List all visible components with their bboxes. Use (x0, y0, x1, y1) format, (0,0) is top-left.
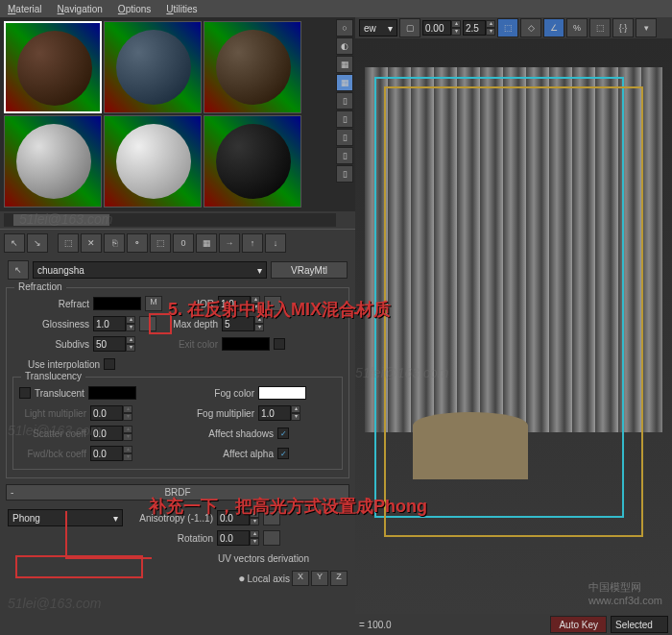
background-icon[interactable]: ▦ (336, 56, 353, 73)
keyfilter-dropdown[interactable]: Selected (611, 616, 668, 633)
affectalpha-checkbox[interactable]: ✓ (277, 448, 289, 459)
show-in-viewport-icon[interactable]: ▦ (196, 233, 217, 253)
snap-toggle-icon[interactable]: ⬚ (497, 18, 518, 37)
menu-options[interactable]: Options (118, 4, 151, 14)
material-slot-4[interactable] (4, 115, 102, 208)
viewport-statusbar: = 100.0 Auto Key Selected (355, 614, 672, 635)
watermark-2: 51lei@163.com (8, 423, 102, 438)
lightmult-spinner: ▴▾ (90, 405, 132, 421)
menu-material[interactable]: MMaterialaterial (8, 4, 42, 14)
material-type-button[interactable]: VRayMtl (271, 261, 348, 279)
material-slot-5[interactable] (104, 115, 202, 208)
material-swatches: ○ ◐ ▦ ▦ ▯ ▯ ▯ ▯ ▯ (0, 17, 355, 211)
make-unique-icon[interactable]: ⚬ (127, 233, 148, 253)
rotation-spinner[interactable]: ▴▾ (217, 530, 259, 546)
select-by-mat-icon[interactable]: ▯ (336, 147, 353, 164)
axis-x-button[interactable]: X (292, 571, 309, 586)
sample-uv-icon[interactable]: ▦ (336, 74, 353, 91)
material-slot-2[interactable] (104, 21, 202, 113)
material-editor-panel: ○ ◐ ▦ ▦ ▯ ▯ ▯ ▯ ▯ ↖ ↘ ⬚ ✕ ⎘ ⚬ ⬚ 0 ▦ → ↑ (0, 17, 355, 635)
translucent-color[interactable] (88, 386, 136, 400)
translucent-checkbox[interactable] (19, 387, 31, 399)
material-slot-6[interactable] (204, 115, 301, 208)
viewport-toolbar: ew▾ ▢ ▴▾ ▴▾ ⬚ ◇ ∠ % ⬚ {·} ▾ (355, 17, 672, 38)
affectshadows-checkbox[interactable]: ✓ (277, 427, 289, 439)
annotation-2: 补充一下，把高光方式设置成Phong (149, 495, 662, 518)
go-forward-icon[interactable]: ↓ (265, 233, 286, 253)
fwdbck-spinner: ▴▾ (90, 446, 132, 461)
exitcolor-checkbox[interactable] (274, 338, 285, 350)
options-icon[interactable]: ▯ (336, 129, 353, 146)
material-slot-1[interactable] (4, 21, 102, 113)
menu-utilities[interactable]: Utilities (166, 4, 197, 14)
subdivs-label: Subdivs (12, 339, 89, 350)
autokey-button[interactable]: Auto Key (550, 616, 607, 633)
material-name-text: chuangsha (37, 265, 84, 276)
go-to-parent-icon[interactable]: ↑ (242, 233, 263, 253)
material-name-row: ↖ chuangsha ▾ VRayMtl (0, 256, 355, 283)
put-to-library-icon[interactable]: ⬚ (150, 233, 171, 253)
angle-snap-icon[interactable]: ∠ (543, 18, 564, 37)
vp-tool-5[interactable]: % (566, 18, 588, 37)
localaxis-label: Local axis (248, 574, 290, 584)
axis-z-button[interactable]: Z (330, 571, 348, 586)
vp-tool-7[interactable]: {·} (612, 18, 634, 37)
rotation-map-button[interactable] (263, 530, 280, 546)
video-color-icon[interactable]: ▯ (336, 92, 353, 110)
material-id-icon[interactable]: 0 (173, 233, 194, 253)
subdivs-spinner[interactable]: ▴▾ (93, 336, 135, 352)
connector-2 (65, 511, 152, 559)
glossiness-label: Glossiness (12, 319, 89, 330)
material-slot-3[interactable] (204, 21, 301, 113)
put-to-scene-icon[interactable]: ↘ (27, 233, 48, 253)
vp-tool-6[interactable]: ⬚ (589, 18, 611, 37)
refract-label: Refract (12, 299, 89, 309)
view-dropdown[interactable]: ew▾ (359, 19, 397, 37)
backlight-icon[interactable]: ◐ (336, 37, 353, 55)
translucency-title: Translucency (21, 371, 85, 381)
interpolation-checkbox[interactable] (104, 358, 115, 370)
refraction-title: Refraction (14, 281, 66, 292)
rollout-collapse-icon: - (11, 487, 13, 498)
vp-tool-8[interactable]: ▾ (636, 18, 657, 37)
annotation-1: 5. 在反射中贴入MIX混合材质 (168, 298, 662, 321)
fogmult-label: Fog multiplier (178, 408, 254, 419)
fogmult-spinner[interactable]: ▴▾ (258, 405, 300, 421)
translucent-label: Translucent (35, 388, 84, 399)
vp-spinner-2[interactable]: ▴▾ (463, 20, 495, 36)
swatch-side-tools: ○ ◐ ▦ ▦ ▯ ▯ ▯ ▯ ▯ (336, 19, 353, 183)
glossiness-spinner[interactable]: ▴▾ (93, 316, 135, 331)
assign-to-selection-icon[interactable]: ⬚ (58, 233, 79, 253)
affectalpha-label: Affect alpha (178, 449, 274, 459)
site-watermark: 中国模型网 www.cnf3d.com (588, 580, 662, 606)
matlib-icon[interactable]: ▯ (336, 165, 353, 183)
vp-tool-1[interactable]: ▢ (399, 18, 420, 37)
fwdbck-label: Fwd/bck coeff (19, 449, 86, 459)
show-end-result-icon[interactable]: → (219, 233, 240, 253)
vp-tool-3[interactable]: ◇ (520, 18, 541, 37)
affectshadows-label: Affect shadows (178, 428, 274, 439)
viewport-render[interactable] (355, 38, 672, 614)
material-name-dropdown[interactable]: chuangsha ▾ (33, 261, 267, 279)
interpolation-label: Use interpolation (28, 359, 100, 370)
refract-map-button[interactable]: M (145, 296, 162, 311)
fog-color[interactable] (258, 386, 306, 400)
exitcolor-label: Exit color (160, 339, 218, 350)
menu-navigation[interactable]: Navigation (58, 4, 103, 14)
sample-type-icon[interactable]: ○ (336, 19, 353, 37)
exit-color[interactable] (222, 337, 270, 351)
axis-y-button[interactable]: Y (311, 571, 328, 586)
material-toolbar: ↖ ↘ ⬚ ✕ ⎘ ⚬ ⬚ 0 ▦ → ↑ ↓ (0, 229, 355, 256)
make-copy-icon[interactable]: ⎘ (104, 233, 125, 253)
make-preview-icon[interactable]: ▯ (336, 110, 353, 128)
pick-material-icon[interactable]: ↖ (8, 260, 29, 280)
reset-map-icon[interactable]: ✕ (81, 233, 102, 253)
brdf-type-text: Phong (12, 513, 40, 524)
viewport: ew▾ ▢ ▴▾ ▴▾ ⬚ ◇ ∠ % ⬚ {·} ▾ = 100.0 Auto… (355, 17, 672, 635)
watermark-4: 51lei@163.com (355, 365, 449, 380)
refract-color[interactable] (93, 297, 141, 310)
dropdown-arrow-icon: ▾ (257, 265, 262, 276)
watermark-1: 51lei@163.com (19, 211, 113, 227)
vp-spinner-1[interactable]: ▴▾ (422, 20, 461, 36)
get-material-icon[interactable]: ↖ (4, 233, 25, 253)
